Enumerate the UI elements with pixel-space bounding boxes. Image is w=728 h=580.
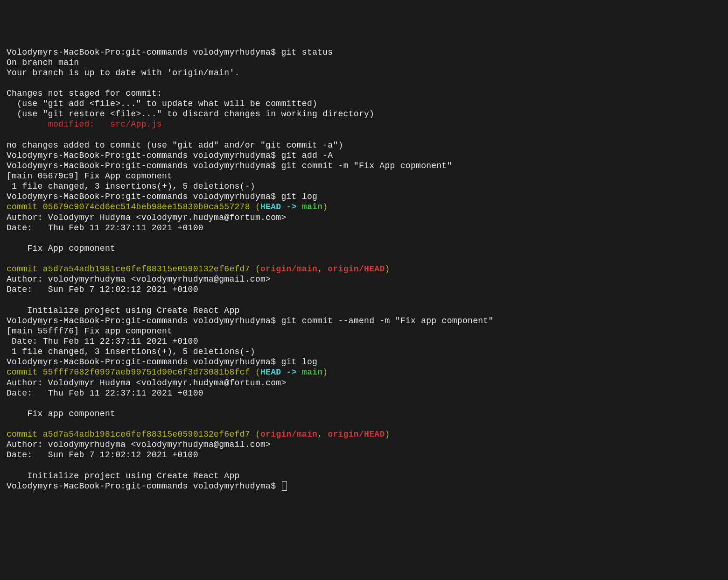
paren: )	[322, 202, 328, 212]
cmd-git-commit: git commit -m "Fix App copmonent"	[281, 161, 452, 170]
commit-message: Fix app component	[7, 409, 115, 418]
commit-author: Author: Volodymyr Hudyma <volodymyr.hudy…	[7, 378, 287, 388]
commit-hash: commit 55fff7682f0997aeb99751d90c6f3d730…	[7, 368, 250, 377]
paren: (	[250, 368, 260, 377]
paren: )	[385, 430, 390, 439]
prompt: Volodymyrs-MacBook-Pro:git-commands volo…	[7, 316, 281, 325]
commit-date: Date: Thu Feb 11 22:37:11 2021 +0100	[7, 223, 203, 233]
terminal[interactable]: Volodymyrs-MacBook-Pro:git-commands volo…	[7, 47, 721, 491]
paren: )	[385, 264, 390, 274]
commit-hash: commit 05679c9074cd6ec514beb98ee15830b0c…	[7, 202, 250, 212]
status-hint: (use "git add <file>..." to update what …	[7, 99, 317, 108]
commit-hash: commit a5d7a54adb1981ce6fef88315e0590132…	[7, 430, 250, 439]
status-hint: (use "git restore <file>..." to discard …	[7, 109, 374, 119]
cmd-git-add: git add -A	[281, 151, 333, 160]
commit-hash: commit a5d7a54adb1981ce6fef88315e0590132…	[7, 264, 250, 274]
comma: ,	[317, 264, 328, 274]
status-no-changes: no changes added to commit (use "git add…	[7, 141, 343, 150]
paren: )	[322, 368, 328, 377]
cursor-icon	[282, 481, 287, 491]
remote-ref: origin/HEAD	[328, 430, 385, 439]
status-branch: On branch main	[7, 58, 79, 67]
prompt: Volodymyrs-MacBook-Pro:git-commands volo…	[7, 481, 281, 491]
commit-date: Date: Sun Feb 7 12:02:12 2021 +0100	[7, 285, 198, 294]
branch-ref: main	[302, 202, 322, 212]
branch-ref: main	[302, 368, 322, 377]
prompt: Volodymyrs-MacBook-Pro:git-commands volo…	[7, 192, 281, 201]
paren: (	[250, 430, 260, 439]
cmd-git-commit-amend: git commit --amend -m "Fix app component…	[281, 316, 493, 325]
commit-summary: [main 55fff76] Fix app component	[7, 326, 172, 336]
remote-ref: origin/main	[260, 430, 317, 439]
commit-date: Date: Thu Feb 11 22:37:11 2021 +0100	[7, 389, 203, 398]
commit-message: Initialize project using Create React Ap…	[7, 471, 240, 481]
commit-stats: 1 file changed, 3 insertions(+), 5 delet…	[7, 347, 255, 356]
commit-author: Author: volodymyrhudyma <volodymyrhudyma…	[7, 440, 271, 449]
cmd-git-log: git log	[281, 192, 317, 201]
remote-ref: origin/HEAD	[328, 264, 385, 274]
paren: (	[250, 264, 260, 274]
head-ref: HEAD ->	[260, 202, 302, 212]
commit-message: Initialize project using Create React Ap…	[7, 306, 240, 315]
remote-ref: origin/main	[260, 264, 317, 274]
prompt: Volodymyrs-MacBook-Pro:git-commands volo…	[7, 48, 281, 57]
status-not-staged: Changes not staged for commit:	[7, 89, 162, 98]
cmd-git-log: git log	[281, 357, 317, 367]
status-modified-file: modified: src/App.js	[7, 120, 162, 129]
paren: (	[250, 202, 260, 212]
commit-message: Fix App copmonent	[7, 244, 115, 253]
commit-author: Author: volodymyrhudyma <volodymyrhudyma…	[7, 275, 271, 284]
cmd-git-status: git status	[281, 48, 333, 57]
prompt: Volodymyrs-MacBook-Pro:git-commands volo…	[7, 151, 281, 160]
comma: ,	[317, 430, 328, 439]
commit-date: Date: Thu Feb 11 22:37:11 2021 +0100	[7, 337, 198, 346]
commit-summary: [main 05679c9] Fix App copmonent	[7, 171, 172, 181]
prompt: Volodymyrs-MacBook-Pro:git-commands volo…	[7, 357, 281, 367]
commit-author: Author: Volodymyr Hudyma <volodymyr.hudy…	[7, 213, 287, 222]
prompt: Volodymyrs-MacBook-Pro:git-commands volo…	[7, 161, 281, 170]
commit-date: Date: Sun Feb 7 12:02:12 2021 +0100	[7, 450, 198, 460]
commit-stats: 1 file changed, 3 insertions(+), 5 delet…	[7, 182, 255, 191]
head-ref: HEAD ->	[260, 368, 302, 377]
status-uptodate: Your branch is up to date with 'origin/m…	[7, 68, 240, 78]
